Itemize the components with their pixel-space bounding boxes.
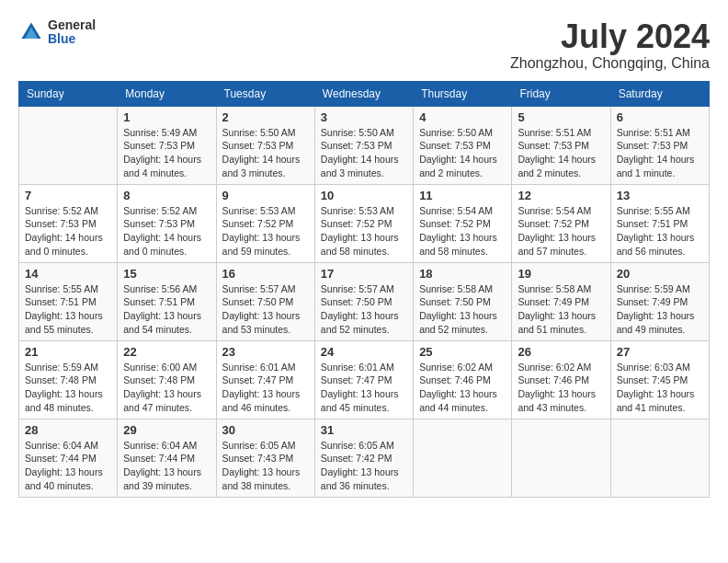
day-number: 29: [123, 423, 210, 437]
calendar-cell: 21Sunrise: 5:59 AM Sunset: 7:48 PM Dayli…: [19, 340, 118, 419]
day-info: Sunrise: 6:04 AM Sunset: 7:44 PM Dayligh…: [25, 439, 111, 493]
calendar-cell: [19, 106, 118, 184]
day-info: Sunrise: 6:05 AM Sunset: 7:43 PM Dayligh…: [222, 439, 309, 493]
day-number: 20: [617, 267, 703, 281]
calendar-cell: 12Sunrise: 5:54 AM Sunset: 7:52 PM Dayli…: [512, 184, 610, 262]
calendar-cell: 5Sunrise: 5:51 AM Sunset: 7:53 PM Daylig…: [512, 106, 610, 184]
day-number: 28: [25, 423, 111, 437]
logo-icon: [18, 19, 44, 45]
calendar-table: SundayMondayTuesdayWednesdayThursdayFrid…: [18, 81, 710, 498]
calendar-cell: [610, 419, 709, 497]
calendar-cell: 9Sunrise: 5:53 AM Sunset: 7:52 PM Daylig…: [216, 184, 314, 262]
day-number: 1: [123, 110, 210, 124]
weekday-header-tuesday: Tuesday: [216, 81, 314, 106]
day-number: 27: [617, 345, 703, 359]
day-number: 30: [222, 423, 309, 437]
day-number: 2: [222, 110, 309, 124]
day-number: 9: [222, 189, 309, 202]
day-info: Sunrise: 5:56 AM Sunset: 7:51 PM Dayligh…: [123, 282, 210, 337]
day-info: Sunrise: 5:49 AM Sunset: 7:53 PM Dayligh…: [123, 126, 210, 180]
day-number: 11: [419, 189, 506, 202]
day-info: Sunrise: 5:52 AM Sunset: 7:53 PM Dayligh…: [123, 204, 210, 259]
day-number: 10: [321, 189, 407, 202]
calendar-cell: 30Sunrise: 6:05 AM Sunset: 7:43 PM Dayli…: [216, 419, 314, 497]
day-number: 18: [419, 267, 506, 281]
day-number: 16: [222, 267, 309, 281]
calendar-cell: 15Sunrise: 5:56 AM Sunset: 7:51 PM Dayli…: [118, 262, 216, 340]
day-info: Sunrise: 6:02 AM Sunset: 7:46 PM Dayligh…: [518, 361, 604, 415]
day-number: 19: [518, 267, 604, 281]
calendar-cell: 1Sunrise: 5:49 AM Sunset: 7:53 PM Daylig…: [118, 106, 216, 184]
location: Zhongzhou, Chongqing, China: [510, 55, 710, 72]
calendar-cell: 2Sunrise: 5:50 AM Sunset: 7:53 PM Daylig…: [216, 106, 314, 184]
calendar-cell: 3Sunrise: 5:50 AM Sunset: 7:53 PM Daylig…: [314, 106, 413, 184]
day-info: Sunrise: 5:59 AM Sunset: 7:49 PM Dayligh…: [617, 282, 703, 337]
day-number: 25: [419, 345, 506, 359]
weekday-header-sunday: Sunday: [19, 81, 118, 106]
calendar-cell: 24Sunrise: 6:01 AM Sunset: 7:47 PM Dayli…: [314, 340, 413, 419]
day-info: Sunrise: 5:50 AM Sunset: 7:53 PM Dayligh…: [321, 126, 407, 180]
month-title: July 2024: [510, 18, 710, 55]
day-info: Sunrise: 5:54 AM Sunset: 7:52 PM Dayligh…: [419, 204, 506, 259]
day-info: Sunrise: 5:51 AM Sunset: 7:53 PM Dayligh…: [617, 126, 703, 180]
week-row-4: 21Sunrise: 5:59 AM Sunset: 7:48 PM Dayli…: [19, 340, 710, 419]
calendar-cell: 18Sunrise: 5:58 AM Sunset: 7:50 PM Dayli…: [414, 262, 512, 340]
day-number: 12: [518, 189, 604, 202]
title-block: July 2024 Zhongzhou, Chongqing, China: [510, 18, 710, 72]
weekday-header-monday: Monday: [118, 81, 216, 106]
weekday-header-wednesday: Wednesday: [314, 81, 413, 106]
day-number: 14: [25, 267, 111, 281]
day-number: 24: [321, 345, 407, 359]
calendar-cell: 22Sunrise: 6:00 AM Sunset: 7:48 PM Dayli…: [118, 340, 216, 419]
day-number: 3: [321, 110, 407, 124]
calendar-cell: 28Sunrise: 6:04 AM Sunset: 7:44 PM Dayli…: [19, 419, 118, 497]
calendar-cell: 8Sunrise: 5:52 AM Sunset: 7:53 PM Daylig…: [118, 184, 216, 262]
calendar-cell: 31Sunrise: 6:05 AM Sunset: 7:42 PM Dayli…: [314, 419, 413, 497]
calendar-cell: [512, 419, 610, 497]
weekday-header-row: SundayMondayTuesdayWednesdayThursdayFrid…: [19, 81, 710, 106]
calendar-cell: 29Sunrise: 6:04 AM Sunset: 7:44 PM Dayli…: [118, 419, 216, 497]
day-info: Sunrise: 6:00 AM Sunset: 7:48 PM Dayligh…: [123, 361, 210, 415]
day-number: 22: [123, 345, 210, 359]
calendar-cell: 27Sunrise: 6:03 AM Sunset: 7:45 PM Dayli…: [610, 340, 709, 419]
day-number: 15: [123, 267, 210, 281]
calendar-cell: 13Sunrise: 5:55 AM Sunset: 7:51 PM Dayli…: [610, 184, 709, 262]
day-number: 6: [617, 110, 703, 124]
day-number: 7: [25, 189, 111, 202]
logo-general-text: General: [48, 18, 96, 32]
day-info: Sunrise: 6:04 AM Sunset: 7:44 PM Dayligh…: [123, 439, 210, 493]
day-info: Sunrise: 5:53 AM Sunset: 7:52 PM Dayligh…: [222, 204, 309, 259]
calendar-cell: 20Sunrise: 5:59 AM Sunset: 7:49 PM Dayli…: [610, 262, 709, 340]
day-info: Sunrise: 5:57 AM Sunset: 7:50 PM Dayligh…: [321, 282, 407, 337]
weekday-header-thursday: Thursday: [414, 81, 512, 106]
day-info: Sunrise: 5:50 AM Sunset: 7:53 PM Dayligh…: [419, 126, 506, 180]
day-info: Sunrise: 6:01 AM Sunset: 7:47 PM Dayligh…: [321, 361, 407, 415]
calendar-cell: 4Sunrise: 5:50 AM Sunset: 7:53 PM Daylig…: [414, 106, 512, 184]
day-info: Sunrise: 5:57 AM Sunset: 7:50 PM Dayligh…: [222, 282, 309, 337]
day-number: 4: [419, 110, 506, 124]
day-info: Sunrise: 5:58 AM Sunset: 7:50 PM Dayligh…: [419, 282, 506, 337]
day-number: 26: [518, 345, 604, 359]
day-number: 5: [518, 110, 604, 124]
logo: General Blue: [18, 18, 96, 47]
day-info: Sunrise: 5:59 AM Sunset: 7:48 PM Dayligh…: [25, 361, 111, 415]
weekday-header-friday: Friday: [512, 81, 610, 106]
day-info: Sunrise: 5:53 AM Sunset: 7:52 PM Dayligh…: [321, 204, 407, 259]
calendar-cell: 25Sunrise: 6:02 AM Sunset: 7:46 PM Dayli…: [414, 340, 512, 419]
calendar-cell: 6Sunrise: 5:51 AM Sunset: 7:53 PM Daylig…: [610, 106, 709, 184]
day-number: 31: [321, 423, 407, 437]
day-number: 13: [617, 189, 703, 202]
calendar-cell: 17Sunrise: 5:57 AM Sunset: 7:50 PM Dayli…: [314, 262, 413, 340]
calendar-cell: 19Sunrise: 5:58 AM Sunset: 7:49 PM Dayli…: [512, 262, 610, 340]
week-row-5: 28Sunrise: 6:04 AM Sunset: 7:44 PM Dayli…: [19, 419, 710, 497]
calendar-cell: 16Sunrise: 5:57 AM Sunset: 7:50 PM Dayli…: [216, 262, 314, 340]
logo-blue-text: Blue: [48, 32, 96, 46]
day-info: Sunrise: 5:58 AM Sunset: 7:49 PM Dayligh…: [518, 282, 604, 337]
day-number: 17: [321, 267, 407, 281]
calendar-cell: 14Sunrise: 5:55 AM Sunset: 7:51 PM Dayli…: [19, 262, 118, 340]
calendar-cell: [414, 419, 512, 497]
day-info: Sunrise: 6:02 AM Sunset: 7:46 PM Dayligh…: [419, 361, 506, 415]
day-info: Sunrise: 5:52 AM Sunset: 7:53 PM Dayligh…: [25, 204, 111, 259]
day-info: Sunrise: 5:51 AM Sunset: 7:53 PM Dayligh…: [518, 126, 604, 180]
calendar-cell: 11Sunrise: 5:54 AM Sunset: 7:52 PM Dayli…: [414, 184, 512, 262]
